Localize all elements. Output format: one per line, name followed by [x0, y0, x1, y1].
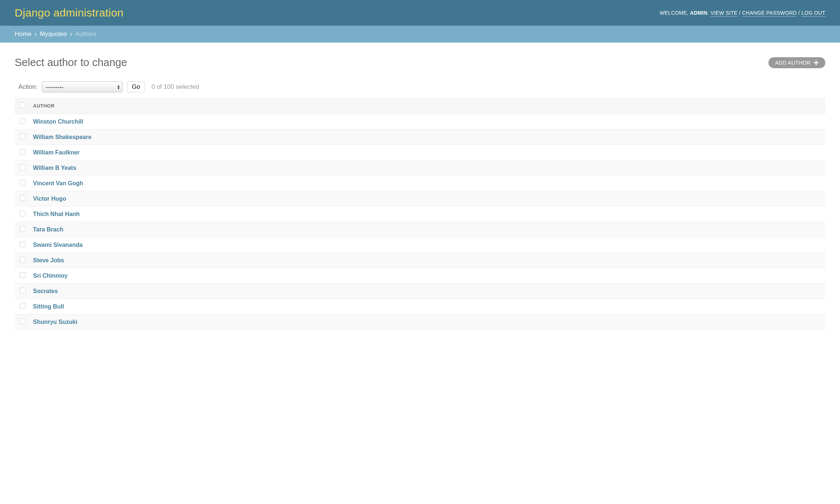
breadcrumb: Home › Myquotes › Authors [0, 26, 840, 43]
author-link[interactable]: Sitting Bull [33, 303, 64, 310]
view-site-link[interactable]: VIEW SITE [710, 10, 738, 17]
row-name-cell: William Shakespeare [29, 129, 825, 145]
table-row: Sitting Bull [15, 299, 825, 314]
author-link[interactable]: Shunryu Suzuki [33, 319, 77, 325]
select-all-checkbox[interactable] [20, 102, 26, 108]
row-name-cell: Swami Sivananda [29, 237, 825, 253]
table-row: William Faulkner [15, 145, 825, 160]
row-checkbox[interactable] [20, 226, 26, 232]
row-checkbox[interactable] [20, 288, 26, 293]
row-checkbox[interactable] [20, 180, 26, 186]
row-name-cell: Tara Brach [29, 222, 825, 237]
breadcrumb-app[interactable]: Myquotes [40, 30, 67, 37]
author-link[interactable]: Vincent Van Gogh [33, 180, 83, 186]
table-row: Victor Hugo [15, 191, 825, 207]
row-checkbox-cell [15, 284, 29, 299]
row-checkbox[interactable] [20, 257, 26, 263]
row-checkbox[interactable] [20, 118, 26, 124]
page-title: Select author to change [15, 56, 127, 69]
selection-counter: 0 of 100 selected [152, 83, 199, 91]
author-link[interactable]: Tara Brach [33, 226, 63, 233]
row-name-cell: Shunryu Suzuki [29, 314, 825, 330]
add-author-button[interactable]: ADD AUTHOR [768, 57, 825, 68]
author-link[interactable]: Steve Jobs [33, 257, 64, 263]
row-name-cell: William B Yeats [29, 160, 825, 176]
author-column-header[interactable]: AUTHOR [29, 98, 825, 114]
author-link[interactable]: William B Yeats [33, 165, 76, 171]
select-all-header [15, 98, 29, 114]
logout-link[interactable]: LOG OUT [801, 10, 825, 17]
row-checkbox-cell [15, 207, 29, 222]
author-link[interactable]: Socrates [33, 288, 58, 294]
author-link[interactable]: Winston Churchill [33, 118, 83, 125]
row-checkbox-cell [15, 129, 29, 145]
table-header-row: AUTHOR [15, 98, 825, 114]
go-button[interactable]: Go [127, 81, 145, 92]
row-name-cell: Vincent Van Gogh [29, 176, 825, 191]
site-title[interactable]: Django administration [15, 7, 123, 19]
row-name-cell: Sitting Bull [29, 299, 825, 314]
object-tools: ADD AUTHOR [768, 57, 825, 68]
table-row: Swami Sivananda [15, 237, 825, 253]
row-checkbox-cell [15, 176, 29, 191]
table-row: Thich Nhat Hanh [15, 207, 825, 222]
row-checkbox-cell [15, 268, 29, 284]
breadcrumb-home[interactable]: Home [15, 30, 31, 37]
results-table: AUTHOR Winston ChurchillWilliam Shakespe… [15, 98, 825, 330]
table-row: Vincent Van Gogh [15, 176, 825, 191]
branding: Django administration [15, 7, 123, 19]
author-link[interactable]: Thich Nhat Hanh [33, 211, 80, 217]
row-checkbox-cell [15, 160, 29, 176]
author-link[interactable]: Victor Hugo [33, 196, 66, 202]
breadcrumb-separator: › [35, 30, 37, 37]
row-checkbox-cell [15, 299, 29, 314]
row-name-cell: Socrates [29, 284, 825, 299]
row-checkbox[interactable] [20, 211, 26, 216]
row-checkbox-cell [15, 314, 29, 330]
change-password-link[interactable]: CHANGE PASSWORD [742, 10, 797, 17]
author-link[interactable]: Swami Sivananda [33, 242, 83, 248]
action-label: Action: [18, 83, 37, 91]
row-name-cell: Victor Hugo [29, 191, 825, 207]
row-checkbox[interactable] [20, 303, 26, 309]
breadcrumb-current: Authors [75, 30, 97, 37]
content-header: Select author to change ADD AUTHOR [15, 56, 825, 69]
table-row: Socrates [15, 284, 825, 299]
table-row: Shunryu Suzuki [15, 314, 825, 330]
row-checkbox-cell [15, 145, 29, 160]
breadcrumb-separator: › [70, 30, 72, 37]
username: ADMIN [690, 10, 707, 16]
row-name-cell: Sri Chinmoy [29, 268, 825, 284]
row-checkbox[interactable] [20, 134, 26, 139]
content: Select author to change ADD AUTHOR Actio… [0, 43, 840, 337]
table-row: Steve Jobs [15, 253, 825, 268]
author-link[interactable]: Sri Chinmoy [33, 273, 68, 279]
row-checkbox[interactable] [20, 149, 26, 155]
table-row: William Shakespeare [15, 129, 825, 145]
row-checkbox[interactable] [20, 164, 26, 170]
plus-icon [814, 60, 819, 65]
row-name-cell: William Faulkner [29, 145, 825, 160]
row-name-cell: Steve Jobs [29, 253, 825, 268]
welcome-text: WELCOME, [660, 10, 689, 16]
actions-bar: Action: --------- ▴▾ Go 0 of 100 selecte… [15, 78, 825, 98]
row-checkbox-cell [15, 114, 29, 129]
author-link[interactable]: William Shakespeare [33, 134, 91, 140]
author-link[interactable]: William Faulkner [33, 149, 80, 156]
row-checkbox-cell [15, 253, 29, 268]
row-checkbox[interactable] [20, 318, 26, 324]
action-select[interactable]: --------- [42, 81, 123, 92]
user-tools: WELCOME, ADMIN. VIEW SITE / CHANGE PASSW… [660, 10, 825, 16]
row-checkbox[interactable] [20, 272, 26, 278]
add-author-label: ADD AUTHOR [775, 60, 811, 66]
row-name-cell: Winston Churchill [29, 114, 825, 129]
row-checkbox-cell [15, 237, 29, 253]
row-name-cell: Thich Nhat Hanh [29, 207, 825, 222]
table-row: Tara Brach [15, 222, 825, 237]
row-checkbox[interactable] [20, 241, 26, 247]
action-select-wrap: --------- ▴▾ [42, 81, 123, 92]
table-row: William B Yeats [15, 160, 825, 176]
row-checkbox-cell [15, 191, 29, 207]
row-checkbox-cell [15, 222, 29, 237]
row-checkbox[interactable] [20, 195, 26, 201]
